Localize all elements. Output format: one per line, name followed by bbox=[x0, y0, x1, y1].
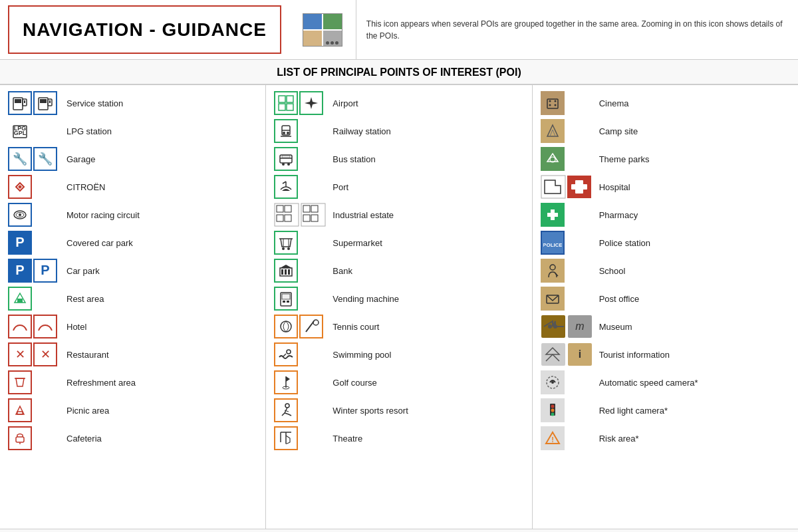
svg-point-75 bbox=[554, 104, 556, 106]
motor-racing-label: Motor racing circuit bbox=[61, 210, 140, 220]
svg-rect-3 bbox=[24, 100, 25, 103]
cafeteria-label: Cafeteria bbox=[61, 434, 102, 444]
list-item: 🔧 🔧 Garage bbox=[5, 145, 260, 173]
bus-icons bbox=[274, 147, 327, 171]
railway-label: Railway station bbox=[327, 126, 390, 136]
citroen-icon bbox=[8, 175, 32, 199]
pharmacy-icons bbox=[541, 203, 594, 227]
svg-text:🔧: 🔧 bbox=[38, 152, 53, 166]
red-light-icon bbox=[541, 398, 565, 422]
main-content: Service station GPLLPG LPG station 🔧 🔧 G… bbox=[0, 84, 798, 529]
svg-point-62 bbox=[281, 321, 291, 332]
list-item: POLICE Police station bbox=[538, 229, 793, 257]
golf-label: Golf course bbox=[327, 378, 376, 388]
svg-text:!: ! bbox=[551, 436, 554, 444]
police-label: Police station bbox=[594, 238, 650, 248]
svg-rect-50 bbox=[303, 215, 310, 221]
list-item: CITROËN bbox=[5, 173, 260, 201]
svg-point-97 bbox=[551, 405, 554, 408]
motor-racing-icons bbox=[8, 203, 61, 227]
list-item: Camp site bbox=[538, 117, 793, 145]
poi-dot-2 bbox=[331, 41, 334, 45]
column-3: Cinema Camp site Theme parks bbox=[533, 85, 798, 529]
refreshment-label: Refreshment area bbox=[61, 378, 136, 388]
svg-rect-27 bbox=[287, 96, 293, 102]
list-item: Rest area bbox=[5, 285, 260, 313]
industrial-icon bbox=[274, 203, 326, 227]
poi-cell-gray bbox=[323, 31, 342, 46]
supermarket-label: Supermarket bbox=[327, 238, 382, 248]
car-park-label: Car park bbox=[61, 266, 100, 276]
swimming-icons bbox=[274, 342, 327, 366]
theme-park-icon bbox=[541, 147, 565, 171]
winter-icons bbox=[274, 398, 327, 422]
svg-rect-39 bbox=[282, 156, 290, 158]
svg-rect-59 bbox=[282, 294, 290, 299]
covered-car-park-label: Covered car park bbox=[61, 238, 133, 248]
svg-rect-29 bbox=[287, 104, 293, 110]
post-office-icons bbox=[541, 287, 594, 311]
svg-line-63 bbox=[306, 321, 314, 332]
hotel-icon-2 bbox=[33, 315, 57, 338]
theatre-icon bbox=[274, 426, 298, 450]
restaurant-icon-2: ✕ bbox=[33, 342, 57, 366]
tennis-icon-1 bbox=[274, 315, 298, 338]
school-icon bbox=[541, 259, 565, 283]
list-item: Tennis court bbox=[271, 313, 526, 340]
svg-rect-26 bbox=[279, 96, 285, 102]
car-park-icon-2: P bbox=[33, 259, 57, 283]
svg-rect-5 bbox=[40, 99, 47, 103]
list-item: Theatre bbox=[271, 424, 526, 452]
swimming-label: Swimming pool bbox=[327, 350, 391, 360]
svg-text:m: m bbox=[575, 321, 584, 332]
hospital-icon bbox=[541, 175, 593, 199]
svg-point-52 bbox=[282, 247, 285, 250]
rest-area-label: Rest area bbox=[61, 294, 104, 304]
cinema-icons bbox=[541, 91, 594, 115]
citroen-icons bbox=[8, 175, 61, 199]
list-item: P P Car park bbox=[5, 257, 260, 285]
citroen-label: CITROËN bbox=[61, 182, 106, 192]
school-label: School bbox=[594, 266, 626, 276]
svg-rect-43 bbox=[277, 205, 283, 212]
railway-icon bbox=[274, 119, 298, 143]
post-office-label: Post office bbox=[594, 294, 639, 304]
bus-label: Bus station bbox=[327, 154, 375, 164]
chapter-title: NAVIGATION - GUIDANCE bbox=[23, 19, 267, 41]
airport-icon-1 bbox=[274, 91, 298, 115]
campsite-label: Camp site bbox=[594, 126, 638, 136]
covered-car-park-icons: P bbox=[8, 231, 61, 255]
risk-area-icon: ! bbox=[541, 426, 565, 450]
bank-icons bbox=[274, 259, 327, 283]
red-light-label: Red light camera* bbox=[594, 406, 668, 416]
svg-text:✕: ✕ bbox=[41, 348, 51, 361]
list-item: ! Risk area* bbox=[538, 424, 793, 452]
list-item: Bus station bbox=[271, 145, 526, 173]
poi-cell-green bbox=[323, 14, 342, 29]
poi-grid-visual bbox=[303, 13, 342, 47]
list-item: Picnic area bbox=[5, 396, 260, 424]
school-icons bbox=[541, 259, 594, 283]
svg-text:i: i bbox=[578, 348, 581, 360]
picnic-icons bbox=[8, 398, 61, 422]
page-footer: * According to availability in the count… bbox=[0, 529, 798, 532]
list-item: Hotel bbox=[5, 313, 260, 340]
fuel-icon-2 bbox=[33, 91, 57, 115]
hotel-icons bbox=[8, 315, 61, 338]
poi-dot-3 bbox=[335, 41, 338, 45]
svg-point-84 bbox=[550, 265, 555, 270]
bus-icon bbox=[274, 147, 298, 171]
svg-text:P: P bbox=[15, 263, 24, 277]
bank-label: Bank bbox=[327, 266, 352, 276]
svg-point-74 bbox=[549, 104, 551, 106]
list-item: Supermarket bbox=[271, 229, 526, 257]
svg-point-32 bbox=[283, 132, 285, 134]
poi-dots bbox=[326, 41, 338, 45]
svg-text:P: P bbox=[41, 263, 49, 277]
garage-icons: 🔧 🔧 bbox=[8, 147, 61, 171]
svg-point-99 bbox=[551, 413, 554, 416]
list-item: Railway station bbox=[271, 117, 526, 145]
svg-point-38 bbox=[287, 163, 290, 166]
svg-text:🔧: 🔧 bbox=[13, 152, 28, 166]
campsite-icon bbox=[541, 119, 565, 143]
